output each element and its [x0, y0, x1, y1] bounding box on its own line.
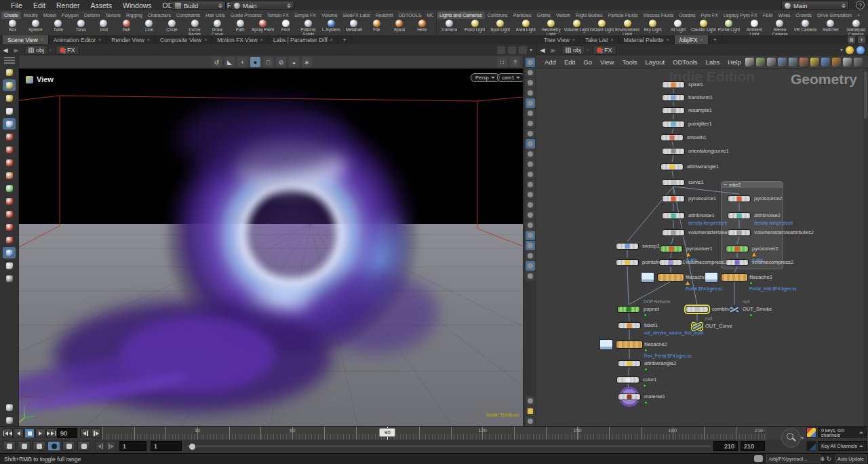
shelf-tab-deform[interactable]: Deform: [81, 12, 102, 19]
net-menu-layout[interactable]: Layout: [642, 58, 669, 66]
node-body[interactable]: [728, 229, 751, 236]
crop-icon[interactable]: [526, 220, 535, 230]
playback-end-field[interactable]: 210: [713, 441, 738, 451]
toolbar-grip-icon[interactable]: [4, 57, 15, 64]
ghost-objects-icon[interactable]: [526, 68, 535, 77]
shelf-tab-oceans[interactable]: Oceans: [676, 12, 698, 19]
pane-tab-labs-parameter-diff[interactable]: Labs | Parameter Diff×: [269, 35, 338, 44]
shelf-tool-spiral[interactable]: Spiral: [388, 19, 411, 35]
menu-windows[interactable]: Windows: [117, 1, 157, 9]
perspective-selector[interactable]: Persp: [471, 73, 500, 82]
info-circle-icon[interactable]: [526, 396, 535, 406]
wipe-icon[interactable]: [526, 251, 535, 260]
node-body[interactable]: [618, 393, 641, 400]
shelf-tool-spot-light[interactable]: Spot Light: [488, 19, 513, 35]
pathbar-menu-icon[interactable]: ▾: [530, 47, 532, 53]
shelf-tool-camera[interactable]: Camera: [437, 19, 462, 35]
pane-tab--obj-fx[interactable]: /obj/FX×: [675, 35, 709, 44]
search-icon[interactable]: [843, 58, 852, 66]
back-arrow-icon[interactable]: ◀: [537, 47, 548, 54]
node-body[interactable]: [662, 121, 685, 128]
shelf-tool-torus[interactable]: Torus: [70, 19, 93, 35]
grid-icon[interactable]: [778, 58, 787, 66]
pin-icon[interactable]: [508, 46, 516, 54]
shelf-tab-lights-and-cameras[interactable]: Lights and Cameras: [437, 12, 485, 19]
pane-tab-material-palette[interactable]: Material Palette×: [619, 35, 675, 44]
shelf-tab-rigid-bodies[interactable]: Rigid Bodies: [573, 12, 605, 19]
shelf-tab-particles[interactable]: Particles: [511, 12, 534, 19]
pane-tab-scene-view[interactable]: Scene View×: [3, 35, 49, 44]
list-icon[interactable]: [767, 58, 776, 66]
image-adjust-icon[interactable]: [526, 241, 535, 250]
snap-grid-icon[interactable]: [3, 195, 16, 207]
breadcrumb-obj[interactable]: obj: [561, 45, 585, 55]
geometry-icon[interactable]: [526, 210, 535, 220]
play-reverse-button[interactable]: [14, 428, 24, 438]
pane-arrow-icon[interactable]: [526, 417, 535, 426]
node-body[interactable]: [662, 212, 685, 219]
key-all-channels-select[interactable]: Key All Channels: [818, 441, 867, 451]
shelf-tool-distant-light[interactable]: Distant Light: [589, 19, 614, 35]
close-icon[interactable]: ×: [572, 37, 575, 42]
shadows-icon[interactable]: [526, 139, 535, 149]
key-move-icon[interactable]: [77, 441, 90, 451]
particle-count-icon[interactable]: [526, 200, 535, 210]
step-forward-button[interactable]: [91, 428, 101, 438]
render-region-icon[interactable]: [3, 260, 16, 271]
shelf-tool-gamepad-camera[interactable]: Gamepad Camera: [844, 19, 868, 35]
shelf-tab-constraints[interactable]: Constraints: [174, 12, 203, 19]
snapshot-icon[interactable]: [526, 231, 535, 240]
pathbar-menu-icon[interactable]: ▾: [840, 47, 843, 53]
no-selection-icon[interactable]: ⊘: [276, 57, 286, 67]
shelf-tool-null[interactable]: Null: [115, 19, 138, 35]
node-body[interactable]: [728, 195, 751, 202]
node-body[interactable]: [618, 322, 641, 329]
pane-link-icon[interactable]: [26, 76, 33, 83]
shelf-tab-legacy-pyro-fx[interactable]: Legacy Pyro FX: [721, 12, 760, 19]
shelf-set-combo[interactable]: Main: [231, 1, 294, 10]
desktop-combo-build[interactable]: Build: [172, 1, 226, 10]
snapshot-icon[interactable]: [821, 58, 830, 66]
close-icon[interactable]: ×: [260, 37, 263, 42]
shelf-tab-modify[interactable]: Modify: [21, 12, 41, 19]
pane-tab--[interactable]: +: [338, 35, 352, 44]
node-body[interactable]: [662, 94, 685, 101]
shelf-tool-point-light[interactable]: Point Light: [462, 19, 487, 35]
shelf-tab-particle-fluids[interactable]: Particle Fluids: [605, 12, 640, 19]
lock-camera-icon[interactable]: [526, 78, 535, 88]
play-forward-button[interactable]: [35, 428, 45, 438]
shelf-tab-odtools[interactable]: ODTOOLS: [395, 12, 424, 19]
keyframe-icon[interactable]: [806, 427, 816, 438]
spinner-arrows-icon[interactable]: [287, 3, 291, 8]
pane-arrow-icon[interactable]: [854, 58, 863, 66]
notes-icon[interactable]: [810, 58, 819, 66]
range-start-field[interactable]: 1: [119, 441, 146, 451]
shelf-tool-font[interactable]: Font: [274, 19, 297, 35]
camera-selector[interactable]: cam1: [497, 73, 523, 82]
help-icon[interactable]: ?: [510, 57, 520, 67]
node-body[interactable]: [662, 107, 685, 114]
range-slider[interactable]: [187, 441, 711, 451]
camera-icon[interactable]: ●: [250, 57, 260, 67]
palette-icon[interactable]: [800, 58, 808, 66]
shelf-tool-ambient-light[interactable]: Ambient Light: [742, 19, 767, 35]
lighting-icon[interactable]: [526, 109, 535, 118]
pane-tab--[interactable]: +: [709, 35, 722, 44]
pose-icon[interactable]: [3, 170, 16, 181]
pane-tab-motion-fx-view[interactable]: Motion FX View×: [212, 35, 268, 44]
shelf-tab--[interactable]: +: [854, 12, 863, 19]
back-arrow-icon[interactable]: ◀: [0, 47, 11, 54]
net-menu-edit[interactable]: Edit: [560, 58, 579, 66]
layout-icon[interactable]: [789, 58, 797, 66]
link-icon[interactable]: [497, 46, 505, 54]
snap-point-icon[interactable]: [3, 221, 16, 233]
keyframe-copy-icon[interactable]: [3, 441, 16, 451]
shelf-tab-mops[interactable]: MOPs: [424, 12, 433, 19]
snapshot-icon[interactable]: [519, 46, 527, 54]
shelf-tool-platonic-solids[interactable]: Platonic Solids: [297, 19, 320, 35]
forward-arrow-icon[interactable]: ▶: [548, 47, 559, 54]
pane-tab-animation-editor[interactable]: Animation Editor×: [49, 35, 106, 44]
shelf-tab-grains[interactable]: Grains: [534, 12, 553, 19]
shelf-tab-characters[interactable]: Characters: [145, 12, 174, 19]
breadcrumb-obj[interactable]: obj: [24, 45, 48, 55]
